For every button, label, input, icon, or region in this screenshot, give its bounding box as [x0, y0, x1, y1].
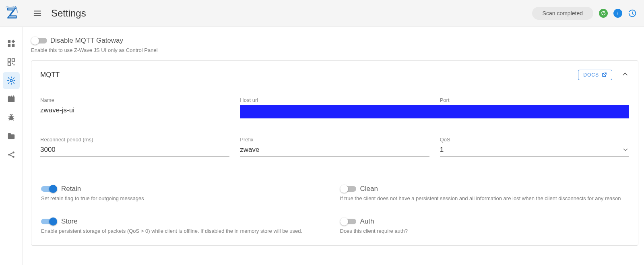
- docs-button-label: DOCS: [583, 72, 599, 78]
- chevron-down-icon: [622, 146, 629, 153]
- svg-rect-12: [8, 97, 15, 102]
- movie-icon: [7, 95, 16, 104]
- svg-rect-10: [14, 64, 15, 66]
- docs-button[interactable]: DOCS: [578, 70, 612, 80]
- qrcode-icon: [7, 58, 16, 66]
- zwave-logo-icon: [5, 6, 19, 21]
- prefix-label: Prefix: [240, 137, 429, 143]
- page-title: Settings: [51, 8, 86, 19]
- sidebar: [0, 27, 23, 265]
- share-icon: [7, 150, 16, 159]
- sidebar-item-settings[interactable]: [3, 72, 20, 89]
- sidebar-item-dashboard[interactable]: [3, 35, 20, 52]
- svg-rect-2: [8, 40, 10, 43]
- svg-rect-9: [12, 63, 13, 64]
- sidebar-item-debug[interactable]: [3, 109, 20, 126]
- open-in-new-icon: [601, 72, 607, 78]
- mqtt-card: MQTT DOCS Name: [31, 60, 638, 246]
- reconnect-input[interactable]: [40, 144, 229, 157]
- sidebar-item-qrcode[interactable]: [3, 54, 20, 70]
- svg-rect-4: [8, 44, 10, 47]
- chevron-up-icon: [621, 70, 629, 78]
- hamburger-icon: [33, 9, 42, 18]
- folder-icon: [7, 132, 16, 141]
- retain-toggle[interactable]: [41, 185, 57, 193]
- store-hint: Enable persistent storage of packets (Qo…: [41, 228, 330, 234]
- qos-field: QoS 1: [440, 137, 629, 157]
- sidebar-item-scenes[interactable]: [3, 91, 20, 108]
- top-bar: Settings Scan completed: [0, 0, 644, 27]
- name-field: Name: [40, 97, 229, 117]
- reconnect-label: Reconnect period (ms): [40, 137, 229, 143]
- gear-icon: [7, 76, 16, 85]
- dashboard-icon: [7, 39, 16, 48]
- clean-toggle[interactable]: [340, 185, 356, 193]
- host-label: Host url: [240, 97, 429, 103]
- qos-value: 1: [440, 146, 622, 154]
- svg-rect-1: [617, 13, 618, 15]
- retain-hint: Set retain flag to true for outgoing mes…: [41, 195, 330, 201]
- qos-label: QoS: [440, 137, 629, 143]
- auth-label: Auth: [360, 217, 374, 226]
- name-label: Name: [40, 97, 229, 103]
- auth-toggle[interactable]: [340, 217, 356, 226]
- info-button[interactable]: [613, 9, 622, 18]
- svg-rect-6: [8, 59, 10, 61]
- svg-point-0: [617, 12, 618, 12]
- sync-icon: [601, 10, 606, 16]
- retain-label: Retain: [61, 185, 81, 193]
- store-label: Store: [61, 217, 78, 226]
- scan-status-chip: Scan completed: [532, 7, 593, 20]
- bug-icon: [7, 113, 16, 122]
- collapse-button[interactable]: [621, 70, 629, 80]
- sync-button[interactable]: [599, 9, 608, 18]
- menu-button[interactable]: [28, 4, 47, 23]
- main-content: Disable MQTT Gateway Enable this to use …: [23, 27, 644, 265]
- mqtt-card-title: MQTT: [40, 71, 60, 79]
- store-toggle[interactable]: [41, 217, 57, 226]
- svg-rect-3: [12, 39, 15, 43]
- svg-rect-7: [12, 59, 14, 61]
- name-input[interactable]: [40, 105, 229, 117]
- sidebar-item-store[interactable]: [3, 128, 20, 145]
- prefix-input[interactable]: [240, 144, 429, 157]
- disable-mqtt-gateway-toggle[interactable]: [31, 37, 47, 45]
- auth-hint: Does this client require auth?: [340, 228, 629, 234]
- history-button[interactable]: [628, 9, 637, 18]
- svg-rect-5: [12, 44, 14, 47]
- svg-point-11: [10, 79, 12, 82]
- port-label: Port: [440, 97, 629, 103]
- history-icon: [628, 9, 637, 18]
- disable-mqtt-gateway-label: Disable MQTT Gateway: [50, 37, 123, 45]
- sidebar-item-network[interactable]: [3, 146, 20, 163]
- host-port-group: Host url Port: [240, 97, 629, 117]
- disable-mqtt-gateway-hint: Enable this to use Z-Wave JS UI only as …: [31, 47, 638, 53]
- reconnect-field: Reconnect period (ms): [40, 137, 229, 157]
- qos-select[interactable]: 1: [440, 144, 629, 157]
- clean-hint: If true the client does not have a persi…: [340, 195, 629, 201]
- host-port-redacted[interactable]: [240, 105, 629, 118]
- info-icon: [615, 10, 621, 16]
- svg-rect-8: [8, 63, 10, 65]
- clean-label: Clean: [360, 185, 378, 193]
- prefix-field: Prefix: [240, 137, 429, 157]
- app-logo: [0, 6, 23, 21]
